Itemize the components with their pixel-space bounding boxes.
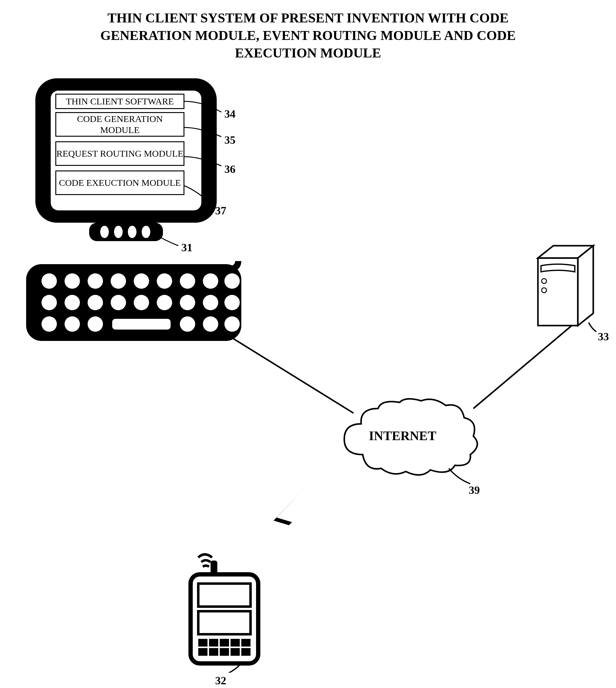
- diagram-title: THIN CLIENT SYSTEM OF PRESENT INVENTION …: [0, 9, 616, 62]
- svg-point-13: [157, 273, 172, 289]
- svg-rect-29: [112, 319, 171, 329]
- ref-39: 39: [469, 484, 480, 497]
- ref-34: 34: [224, 108, 236, 120]
- svg-point-11: [111, 273, 126, 289]
- svg-rect-43: [220, 639, 229, 646]
- svg-point-32: [224, 316, 240, 332]
- svg-point-23: [180, 295, 195, 310]
- svg-point-8: [42, 273, 57, 289]
- svg-point-27: [65, 316, 80, 332]
- svg-point-18: [65, 295, 80, 310]
- svg-point-25: [224, 295, 240, 310]
- lead-lines: [0, 68, 277, 252]
- ref-33: 33: [598, 330, 609, 343]
- svg-point-17: [42, 295, 57, 310]
- svg-point-21: [134, 295, 149, 310]
- svg-rect-39: [198, 583, 250, 606]
- svg-point-9: [65, 273, 80, 289]
- svg-point-36: [542, 288, 547, 293]
- svg-point-31: [203, 316, 218, 332]
- svg-rect-46: [198, 648, 207, 656]
- diagram: THIN CLIENT SOFTWARE CODE GENERATION MOD…: [0, 68, 616, 682]
- svg-point-19: [88, 295, 103, 310]
- svg-rect-40: [198, 611, 250, 634]
- ref-35: 35: [224, 134, 236, 146]
- svg-rect-41: [198, 639, 207, 646]
- svg-point-16: [224, 273, 240, 289]
- svg-point-22: [157, 295, 172, 310]
- svg-point-35: [542, 279, 547, 283]
- svg-rect-47: [209, 648, 218, 656]
- svg-point-15: [203, 273, 218, 289]
- svg-line-34: [474, 326, 572, 409]
- svg-point-30: [180, 316, 195, 332]
- svg-point-14: [180, 273, 195, 289]
- svg-rect-50: [241, 648, 250, 656]
- server-icon: [523, 243, 602, 338]
- svg-rect-44: [230, 639, 240, 646]
- ref-36: 36: [224, 163, 236, 176]
- ref-37: 37: [215, 204, 226, 217]
- svg-point-10: [88, 273, 103, 289]
- svg-rect-42: [209, 639, 218, 646]
- keyboard-icon: [23, 261, 250, 347]
- svg-rect-45: [241, 639, 250, 646]
- svg-point-20: [111, 295, 126, 310]
- svg-rect-48: [220, 648, 229, 656]
- svg-rect-49: [230, 648, 240, 656]
- svg-point-12: [134, 273, 149, 289]
- ref-32: 32: [215, 674, 226, 687]
- svg-point-28: [88, 316, 103, 332]
- svg-point-26: [42, 316, 57, 332]
- cloud-label: INTERNET: [369, 429, 436, 443]
- svg-point-24: [203, 295, 218, 310]
- mobile-device-icon: [172, 544, 277, 673]
- ref-31: 31: [181, 241, 193, 254]
